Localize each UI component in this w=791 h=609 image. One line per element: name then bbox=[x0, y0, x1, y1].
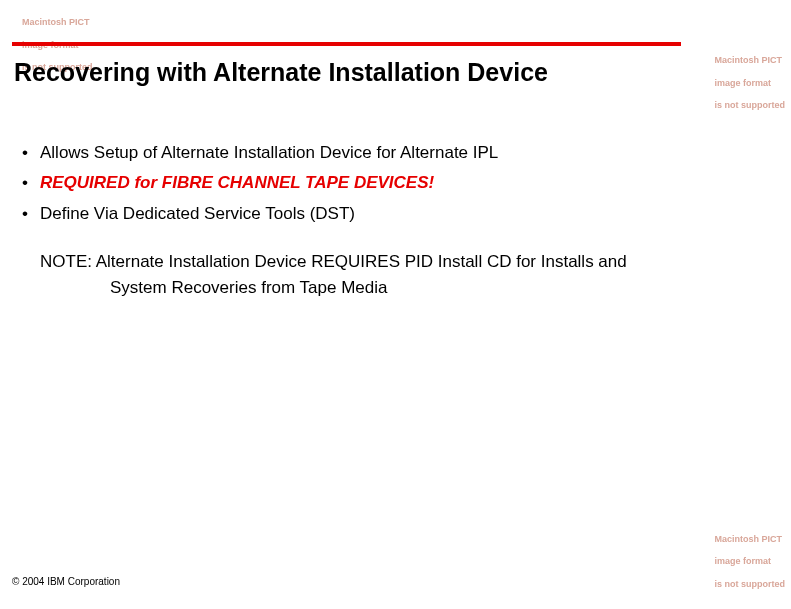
footer-copyright: © 2004 IBM Corporation bbox=[12, 576, 120, 587]
pict-line: image format bbox=[715, 556, 772, 566]
pict-error-top-right: Macintosh PICT image format is not suppo… bbox=[704, 44, 785, 123]
divider-top-red bbox=[12, 42, 681, 46]
pict-error-bottom-right: Macintosh PICT image format is not suppo… bbox=[704, 522, 785, 601]
bullet-item: • Define Via Dedicated Service Tools (DS… bbox=[22, 201, 761, 227]
bullet-item: • Allows Setup of Alternate Installation… bbox=[22, 140, 761, 166]
note-line-1: NOTE: Alternate Installation Device REQU… bbox=[40, 249, 761, 275]
bullet-text: Define Via Dedicated Service Tools (DST) bbox=[40, 201, 761, 227]
bullet-item: • REQUIRED for FIBRE CHANNEL TAPE DEVICE… bbox=[22, 170, 761, 196]
pict-line: Macintosh PICT bbox=[715, 55, 783, 65]
pict-line: is not supported bbox=[715, 100, 786, 110]
pict-line: Macintosh PICT bbox=[715, 534, 783, 544]
bullet-dot-icon: • bbox=[22, 170, 40, 196]
note-block: NOTE: Alternate Installation Device REQU… bbox=[22, 249, 761, 302]
slide: Macintosh PICT image format is not suppo… bbox=[0, 0, 791, 609]
slide-body: • Allows Setup of Alternate Installation… bbox=[22, 140, 761, 302]
bullet-text: Allows Setup of Alternate Installation D… bbox=[40, 140, 761, 166]
pict-line: is not supported bbox=[715, 579, 786, 589]
note-line-2: System Recoveries from Tape Media bbox=[40, 275, 761, 301]
bullet-dot-icon: • bbox=[22, 140, 40, 166]
bullet-list: • Allows Setup of Alternate Installation… bbox=[22, 140, 761, 227]
pict-line: Macintosh PICT bbox=[22, 17, 90, 27]
pict-line: image format bbox=[715, 78, 772, 88]
bullet-text-required: REQUIRED for FIBRE CHANNEL TAPE DEVICES! bbox=[40, 170, 761, 196]
bullet-dot-icon: • bbox=[22, 201, 40, 227]
slide-title: Recovering with Alternate Installation D… bbox=[14, 58, 548, 87]
